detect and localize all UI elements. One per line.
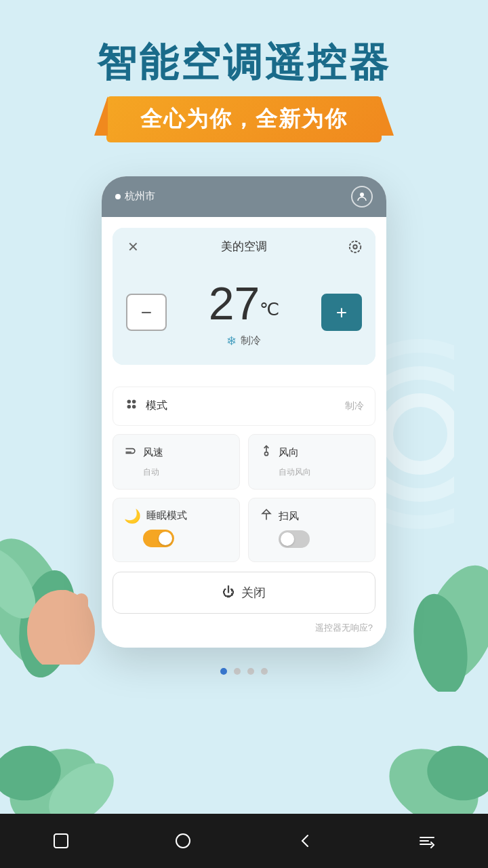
mode-label-text: 制冷 (241, 334, 261, 347)
navigation-bar (0, 814, 488, 868)
wind-dir-icon (260, 444, 273, 461)
temperature-value: 27℃ (209, 277, 280, 330)
sweep-toggle-container (279, 530, 364, 551)
mode-current-value: 制冷 (345, 400, 364, 412)
svg-point-18 (360, 193, 364, 197)
nav-home-button[interactable] (166, 824, 200, 858)
controls-grid: 风速 自动 风向 (113, 434, 375, 562)
ac-panel: ✕ 美的空调 − 27℃ (113, 228, 375, 365)
svg-point-15 (375, 734, 488, 814)
svg-point-27 (176, 834, 190, 848)
svg-point-16 (423, 741, 488, 806)
increase-temp-button[interactable]: + (321, 294, 362, 331)
mode-row[interactable]: 模式 制冷 (113, 387, 375, 426)
location-info: 杭州市 (115, 190, 155, 203)
sweep-toggle-knob (281, 532, 294, 546)
phone-header: 杭州市 (102, 176, 386, 217)
nav-menu-button[interactable] (410, 824, 444, 858)
bottom-right-leaf (352, 692, 488, 814)
snowflake-icon: ❄ (226, 334, 237, 349)
temperature-display: 27℃ ❄ 制冷 (209, 277, 280, 349)
sleep-mode-toggle-container (143, 530, 228, 550)
sleep-mode-icon: 🌙 (124, 508, 141, 524)
temperature-control: − 27℃ ❄ 制冷 + (113, 266, 375, 365)
sweep-icon (260, 508, 273, 525)
sleep-mode-header: 🌙 睡眠模式 (124, 508, 228, 524)
sweep-toggle[interactable] (279, 530, 310, 548)
temp-mode: ❄ 制冷 (209, 334, 280, 349)
mode-left: 模式 (124, 397, 167, 416)
svg-point-25 (265, 452, 268, 455)
wind-dir-header: 风向 (260, 444, 364, 461)
decrease-temp-button[interactable]: − (126, 294, 167, 331)
svg-point-20 (350, 241, 361, 253)
mode-label: 模式 (146, 399, 167, 413)
sleep-mode-cell[interactable]: 🌙 睡眠模式 (113, 498, 240, 562)
wind-speed-cell[interactable]: 风速 自动 (113, 434, 240, 490)
wind-speed-icon (124, 444, 138, 461)
sweep-toggle-slider (279, 530, 310, 548)
wind-speed-value: 自动 (143, 467, 228, 478)
svg-point-19 (353, 245, 357, 249)
wind-dir-cell[interactable]: 风向 自动风向 (248, 434, 375, 490)
ac-name-label: 美的空调 (221, 239, 267, 254)
controls-area: 模式 制冷 风速 (102, 376, 386, 648)
sleep-mode-toggle[interactable] (143, 530, 174, 547)
nav-square-button[interactable] (44, 824, 78, 858)
sweep-header: 扫风 (260, 508, 364, 525)
wind-dir-label: 风向 (279, 446, 299, 459)
pagination-dot-1[interactable] (220, 668, 227, 675)
power-icon: ⏻ (222, 585, 235, 599)
power-button[interactable]: ⏻ 关闭 (113, 572, 375, 614)
svg-rect-26 (54, 834, 68, 848)
wind-speed-header: 风速 (124, 444, 228, 461)
sleep-mode-label: 睡眠模式 (146, 509, 187, 522)
settings-button[interactable] (346, 237, 365, 256)
mode-icon (124, 397, 139, 416)
svg-point-24 (132, 405, 136, 409)
sleep-toggle-slider (143, 530, 174, 547)
wind-dir-value: 自动风向 (279, 467, 364, 478)
bottom-left-leaf (0, 692, 136, 814)
svg-point-21 (127, 399, 131, 403)
svg-point-14 (37, 751, 125, 814)
pagination-dot-4[interactable] (261, 668, 268, 675)
location-text: 杭州市 (125, 190, 155, 203)
nav-back-button[interactable] (288, 824, 322, 858)
sweep-cell[interactable]: 扫风 (248, 498, 375, 562)
svg-point-22 (132, 399, 136, 403)
sleep-toggle-knob (159, 532, 172, 545)
svg-point-23 (127, 405, 131, 409)
power-button-label: 关闭 (241, 585, 266, 601)
wind-speed-label: 风速 (143, 446, 163, 459)
svg-point-13 (0, 741, 65, 806)
location-dot-icon (115, 194, 121, 199)
pagination-dot-2[interactable] (234, 668, 241, 675)
subtitle-banner: 全心为你，全新为你 (106, 96, 382, 142)
pagination-dot-3[interactable] (247, 668, 254, 675)
close-button[interactable]: ✕ (123, 237, 142, 256)
pagination-dots (220, 668, 268, 675)
sweep-label: 扫风 (279, 510, 299, 523)
no-response-text[interactable]: 遥控器无响应? (113, 619, 375, 637)
app-title: 智能空调遥控器 (97, 41, 391, 84)
ac-header: ✕ 美的空调 (113, 228, 375, 266)
svg-point-12 (0, 734, 113, 814)
user-avatar-button[interactable] (351, 186, 373, 208)
subtitle-text: 全心为你，全新为你 (140, 106, 348, 131)
phone-mockup: 杭州市 ✕ 美的空调 (102, 176, 386, 648)
